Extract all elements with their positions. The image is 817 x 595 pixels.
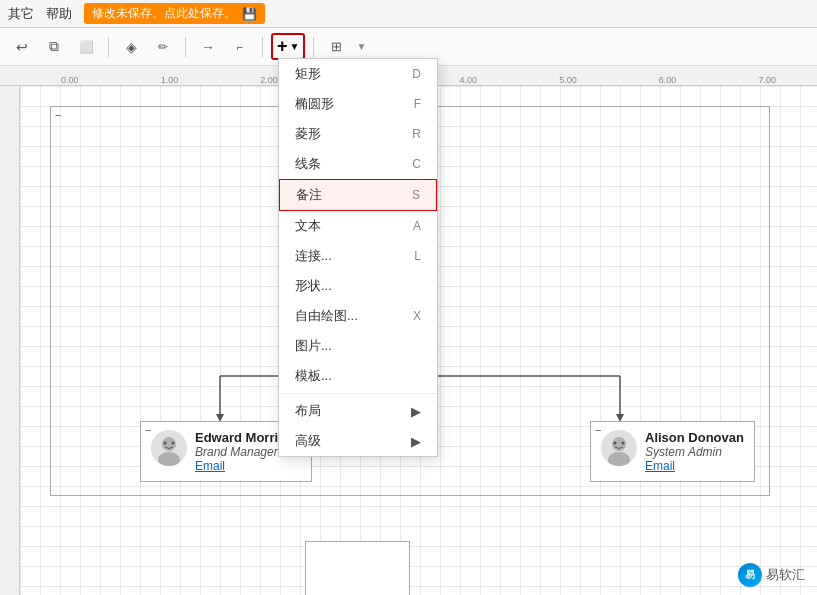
- menu-label-shape: 形状...: [295, 277, 332, 295]
- advanced-arrow: ▶: [411, 434, 421, 449]
- save-icon[interactable]: 💾: [242, 7, 257, 21]
- menu-shortcut-ellipse: F: [414, 97, 421, 111]
- person-card-donovan: − Alison Donovan System Admin Email: [590, 421, 755, 482]
- branding-text: 易软汇: [766, 566, 805, 584]
- ruler-6: 6.00: [618, 75, 718, 85]
- donovan-minimize[interactable]: −: [595, 424, 601, 436]
- donovan-role: System Admin: [645, 445, 744, 459]
- menu-label-diamond: 菱形: [295, 125, 321, 143]
- separator-2: [185, 37, 186, 57]
- layout-arrow: ▶: [411, 404, 421, 419]
- menu-item-diamond[interactable]: 菱形 R: [279, 119, 437, 149]
- donovan-avatar: [601, 430, 637, 466]
- fill-button[interactable]: ◈: [117, 33, 145, 61]
- menu-shortcut-line: C: [412, 157, 421, 171]
- ruler-5: 5.00: [518, 75, 618, 85]
- unsaved-text: 修改未保存。点此处保存。: [92, 5, 236, 22]
- menu-item-advanced[interactable]: 高级 ▶: [279, 426, 437, 456]
- menu-item-note[interactable]: 备注 S: [279, 179, 437, 211]
- menu-label-ellipse: 椭圆形: [295, 95, 334, 113]
- unsaved-notice[interactable]: 修改未保存。点此处保存。 💾: [84, 3, 265, 24]
- menu-label-layout: 布局: [295, 402, 321, 420]
- donovan-email[interactable]: Email: [645, 459, 744, 473]
- top-bar-menu: 其它 帮助: [8, 5, 72, 23]
- donovan-name: Alison Donovan: [645, 430, 744, 445]
- add-shape-button[interactable]: + ▼: [271, 33, 305, 60]
- ruler-1: 1.00: [120, 75, 220, 85]
- add-icon: +: [277, 36, 288, 57]
- menu-item-connect[interactable]: 连接... L: [279, 241, 437, 271]
- menu-help[interactable]: 帮助: [46, 5, 72, 23]
- separator-4: [313, 37, 314, 57]
- edward-minimize[interactable]: −: [145, 424, 151, 436]
- menu-label-advanced: 高级: [295, 432, 321, 450]
- edward-avatar: [151, 430, 187, 466]
- menu-label-text: 文本: [295, 217, 321, 235]
- menu-shortcut-rect: D: [412, 67, 421, 81]
- menu-item-layout[interactable]: 布局 ▶: [279, 396, 437, 426]
- menu-shortcut-note: S: [412, 188, 420, 202]
- branding-logo: 易: [738, 563, 762, 587]
- svg-point-16: [622, 442, 625, 445]
- undo-button[interactable]: ↩: [8, 33, 36, 61]
- menu-shortcut-text: A: [413, 219, 421, 233]
- ruler-left: [0, 86, 20, 595]
- table-button[interactable]: ⊞: [322, 33, 350, 61]
- add-dropdown-arrow: ▼: [290, 41, 300, 52]
- menu-item-image[interactable]: 图片...: [279, 331, 437, 361]
- menu-item-shape[interactable]: 形状...: [279, 271, 437, 301]
- menu-shortcut-diamond: R: [412, 127, 421, 141]
- svg-point-15: [614, 442, 617, 445]
- ruler-7: 7.00: [717, 75, 817, 85]
- table-arrow: ▼: [356, 41, 366, 52]
- menu-item-template[interactable]: 模板...: [279, 361, 437, 391]
- menu-shortcut-freedraw: X: [413, 309, 421, 323]
- menu-item-rect[interactable]: 矩形 D: [279, 59, 437, 89]
- dropdown-menu: 矩形 D 椭圆形 F 菱形 R 线条 C 备注 S 文本 A 连接... L 形…: [278, 58, 438, 457]
- menu-label-image: 图片...: [295, 337, 332, 355]
- menu-item-ellipse[interactable]: 椭圆形 F: [279, 89, 437, 119]
- menu-item-text[interactable]: 文本 A: [279, 211, 437, 241]
- arrow-button[interactable]: →: [194, 33, 222, 61]
- ruler-0: 0.00: [20, 75, 120, 85]
- svg-point-11: [172, 442, 175, 445]
- menu-label-note: 备注: [296, 186, 322, 204]
- copy-button[interactable]: ⧉: [40, 33, 68, 61]
- menu-other[interactable]: 其它: [8, 5, 34, 23]
- menu-label-freedraw: 自由绘图...: [295, 307, 358, 325]
- donovan-info: Alison Donovan System Admin Email: [645, 430, 744, 473]
- top-bar: 其它 帮助 修改未保存。点此处保存。 💾: [0, 0, 817, 28]
- menu-item-freedraw[interactable]: 自由绘图... X: [279, 301, 437, 331]
- menu-label-template: 模板...: [295, 367, 332, 385]
- bottom-rect: [305, 541, 410, 595]
- svg-point-10: [164, 442, 167, 445]
- menu-separator: [279, 393, 437, 394]
- branding: 易 易软汇: [738, 563, 805, 587]
- separator-3: [262, 37, 263, 57]
- waypoint-button[interactable]: ⌐: [226, 33, 254, 61]
- menu-label-line: 线条: [295, 155, 321, 173]
- paste-button[interactable]: ⬜: [72, 33, 100, 61]
- menu-label-connect: 连接...: [295, 247, 332, 265]
- outer-minimize[interactable]: −: [55, 109, 61, 121]
- separator-1: [108, 37, 109, 57]
- edward-email[interactable]: Email: [195, 459, 301, 473]
- menu-label-rect: 矩形: [295, 65, 321, 83]
- stroke-button[interactable]: ✏: [149, 33, 177, 61]
- menu-shortcut-connect: L: [414, 249, 421, 263]
- menu-item-line[interactable]: 线条 C: [279, 149, 437, 179]
